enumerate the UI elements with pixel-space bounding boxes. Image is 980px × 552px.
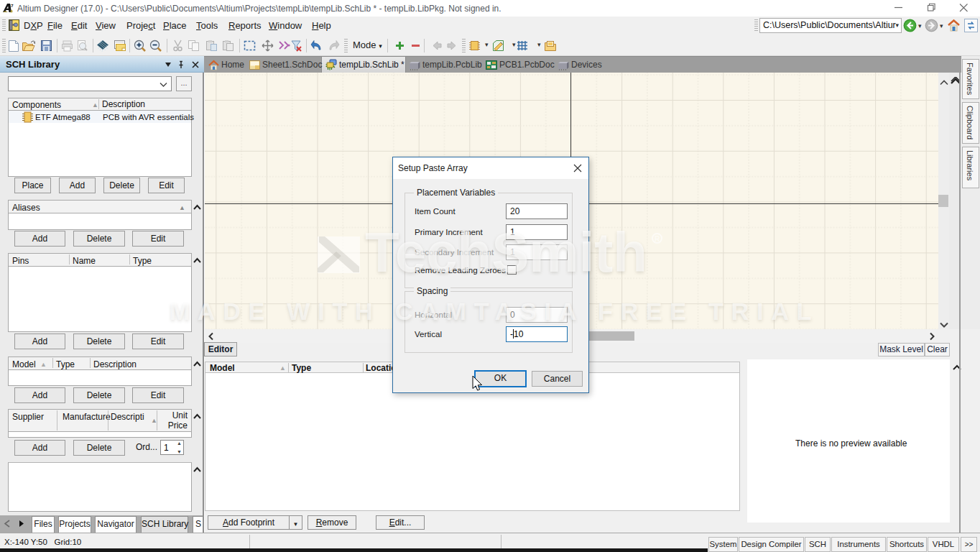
svg-text:17: 17 — [9, 4, 14, 8]
